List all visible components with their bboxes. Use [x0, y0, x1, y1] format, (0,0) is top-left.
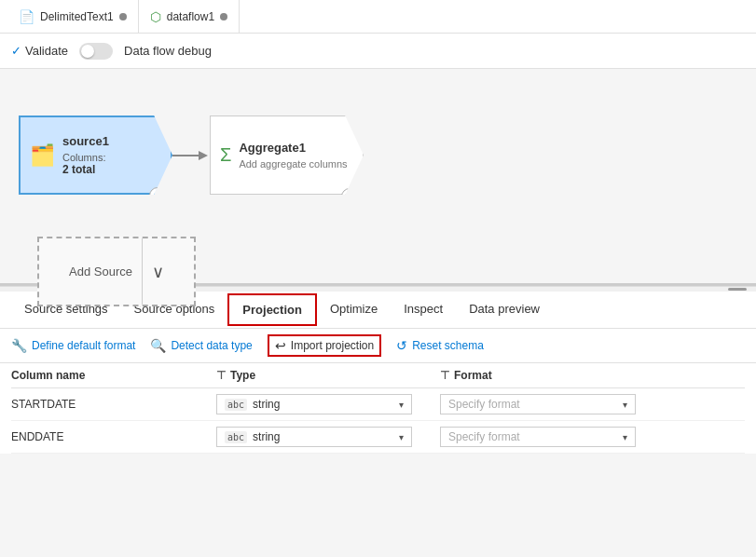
row1-format-label: Specify format	[448, 398, 520, 411]
source-node-icon: 🗂️	[30, 143, 55, 168]
row2-type-arrow: ▾	[399, 432, 404, 442]
toolbar: ✓ Validate Data flow debug	[0, 34, 756, 69]
tab-dataflow[interactable]: ⬡ dataflow1	[139, 0, 240, 33]
resize-bar-icon	[728, 288, 747, 291]
table-row: STARTDATE abc string ▾ Specify format ▾	[11, 388, 745, 421]
tab-optimize[interactable]: Optimize	[317, 294, 391, 325]
header-type: ⊤ Type	[216, 369, 440, 382]
tab-delimited[interactable]: 📄 DelimitedText1	[7, 0, 139, 33]
define-format-icon: 🔧	[11, 338, 27, 353]
debug-label: Data flow debug	[124, 44, 212, 58]
aggregate-name: Aggregate1	[239, 141, 347, 155]
row1-format-arrow: ▾	[623, 400, 627, 410]
import-projection-button[interactable]: ↩ Import projection	[268, 334, 381, 357]
svg-marker-1	[199, 151, 208, 160]
source-node[interactable]: 🗂️ source1 Columns: 2 total +	[19, 115, 172, 195]
tab-dataflow-label: dataflow1	[167, 10, 214, 23]
source-columns-count: 2 total	[62, 163, 161, 176]
detect-type-icon: 🔍	[150, 338, 166, 353]
format-filter-icon[interactable]: ⊤	[440, 369, 449, 382]
row2-type-select[interactable]: abc string ▾	[216, 427, 440, 447]
aggregate-sub: Add aggregate columns	[239, 158, 347, 170]
type-header-label: Type	[230, 369, 255, 382]
aggregate-node[interactable]: Σ Aggregate1 Add aggregate columns +	[210, 115, 364, 195]
row1-type-label: string	[253, 398, 280, 411]
checkmark-icon: ✓	[11, 44, 21, 58]
table-row: ENDDATE abc string ▾ Specify format ▾	[11, 421, 745, 454]
toggle-knob	[81, 45, 94, 58]
row2-format-label: Specify format	[448, 430, 520, 443]
define-format-label: Define default format	[32, 339, 135, 352]
detect-type-button[interactable]: 🔍 Detect data type	[150, 338, 252, 353]
source-node-name: source1	[62, 134, 161, 148]
flow-container: 🗂️ source1 Columns: 2 total + Σ Aggregat…	[19, 115, 364, 195]
tab-inspect[interactable]: Inspect	[391, 294, 456, 325]
reset-schema-icon: ↺	[396, 338, 407, 353]
format-header-label: Format	[454, 369, 492, 382]
type-filter-icon[interactable]: ⊤	[216, 369, 226, 382]
row2-type-badge: abc	[225, 431, 247, 443]
define-format-button[interactable]: 🔧 Define default format	[11, 338, 135, 353]
import-projection-label: Import projection	[291, 339, 374, 352]
reset-schema-label: Reset schema	[412, 339, 484, 352]
table-header: Column name ⊤ Type ⊤ Format	[11, 363, 745, 388]
flow-arrow	[168, 142, 214, 170]
header-column-name: Column name	[11, 369, 216, 382]
add-source-dropdown-icon[interactable]: ∨	[142, 238, 164, 305]
row2-type-label: string	[253, 430, 280, 443]
canvas: 🗂️ source1 Columns: 2 total + Σ Aggregat…	[0, 69, 756, 283]
add-source-box[interactable]: Add Source ∨	[37, 237, 196, 306]
row1-type-arrow: ▾	[399, 400, 404, 410]
tab-projection[interactable]: Projection	[227, 293, 317, 326]
dataflow-icon: ⬡	[150, 9, 161, 24]
tab-dataflow-dot	[220, 13, 227, 20]
row1-column-name: STARTDATE	[11, 398, 216, 411]
delimited-icon: 📄	[19, 9, 34, 24]
reset-schema-button[interactable]: ↺ Reset schema	[396, 338, 484, 353]
aggregate-add-button[interactable]: +	[341, 188, 358, 205]
column-name-header-label: Column name	[11, 369, 85, 382]
row2-column-name: ENDDATE	[11, 430, 216, 443]
validate-button[interactable]: ✓ Validate	[11, 44, 68, 58]
debug-toggle[interactable]	[79, 43, 113, 60]
action-bar: 🔧 Define default format 🔍 Detect data ty…	[0, 329, 756, 363]
header-format: ⊤ Format	[440, 369, 745, 382]
row1-format-select[interactable]: Specify format ▾	[440, 394, 745, 414]
add-source-label: Add Source	[69, 265, 132, 278]
source-add-button[interactable]: +	[149, 187, 166, 204]
aggregate-icon: Σ	[220, 144, 231, 166]
row2-format-select[interactable]: Specify format ▾	[440, 427, 745, 447]
import-projection-icon: ↩	[275, 338, 286, 353]
row1-type-badge: abc	[225, 399, 247, 411]
top-tab-bar: 📄 DelimitedText1 ⬡ dataflow1	[0, 0, 756, 34]
aggregate-body: Aggregate1 Add aggregate columns	[239, 141, 347, 170]
data-table: Column name ⊤ Type ⊤ Format STARTDATE ab…	[0, 363, 756, 454]
tab-data-preview[interactable]: Data preview	[456, 294, 553, 325]
tab-delimited-dot	[119, 13, 127, 20]
row1-type-select[interactable]: abc string ▾	[216, 394, 440, 414]
bottom-panel: Source settings Source options Projectio…	[0, 283, 756, 454]
detect-type-label: Detect data type	[171, 339, 252, 352]
source-node-body: source1 Columns: 2 total	[62, 134, 161, 176]
validate-label: Validate	[25, 44, 68, 58]
tab-delimited-label: DelimitedText1	[40, 10, 114, 23]
row2-format-arrow: ▾	[623, 432, 627, 442]
source-columns-label: Columns:	[62, 152, 161, 163]
